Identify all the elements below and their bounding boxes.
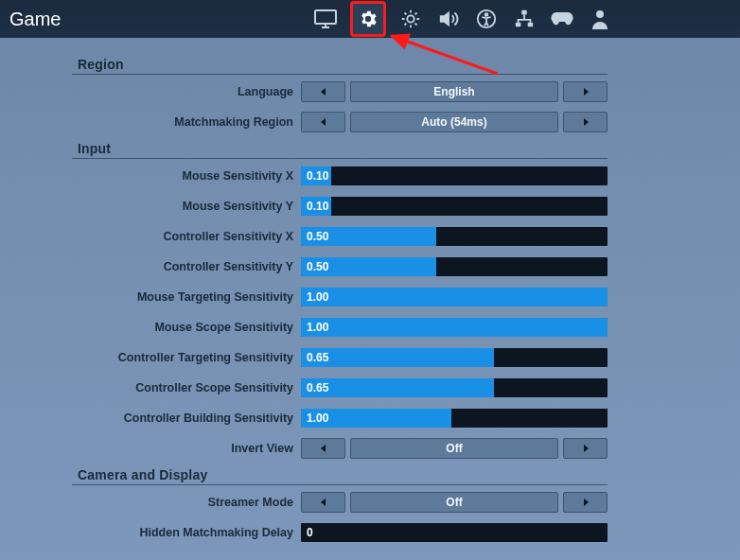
controller-icon[interactable] [549,6,575,32]
invert-value[interactable]: Off [350,438,558,459]
svg-rect-5 [516,23,521,27]
svg-point-1 [407,15,414,22]
invert-next-button[interactable] [563,438,608,459]
label-mouse-scope: Mouse Scope Sensitivity [72,321,301,334]
streamer-next-button[interactable] [563,492,608,513]
label-invert-view: Invert View [72,442,301,455]
slider-value-ctrl-scope: 0.65 [307,378,328,397]
row-language: Language English [72,79,608,105]
row-ctrl-target: Controller Targeting Sensitivity0.65 [72,344,608,371]
slider-value-ctrl-x: 0.50 [307,227,328,246]
language-prev-button[interactable] [301,81,345,102]
row-mouse-y: Mouse Sensitivity Y0.10 [72,193,608,219]
brightness-icon[interactable] [397,6,424,32]
slider-mouse-scope[interactable]: 1.00 [301,318,608,337]
row-ctrl-build: Controller Building Sensitivity1.00 [72,405,608,431]
label-mouse-y: Mouse Sensitivity Y [72,200,301,213]
settings-tabs [312,0,613,38]
row-hidden-matchmaking-delay: Hidden Matchmaking Delay 0 [72,519,608,543]
slider-ctrl-x[interactable]: 0.50 [301,227,608,246]
section-header-camera: Camera and Display [72,465,608,485]
matchmaking-prev-button[interactable] [301,112,345,132]
label-ctrl-x: Controller Sensitivity X [72,230,301,243]
invert-prev-button[interactable] [301,438,345,459]
slider-ctrl-y[interactable]: 0.50 [301,257,608,276]
label-ctrl-target: Controller Targeting Sensitivity [72,351,301,364]
row-invert-view: Invert View Off [72,435,608,462]
slider-mouse-x[interactable]: 0.10 [301,166,608,185]
svg-rect-6 [528,23,534,27]
svg-point-7 [596,10,604,18]
hidden-matchmaking-delay-value[interactable]: 0 [301,523,608,542]
row-streamer-mode: Streamer Mode Off [72,489,608,516]
slider-value-mouse-target: 1.00 [307,288,328,306]
svg-point-3 [485,13,488,16]
monitor-icon[interactable] [312,6,339,32]
slider-ctrl-scope[interactable]: 0.65 [301,378,608,397]
label-ctrl-build: Controller Building Sensitivity [72,411,301,425]
slider-value-ctrl-build: 1.00 [307,409,328,428]
row-mouse-x: Mouse Sensitivity X0.10 [72,163,608,189]
label-hidden-matchmaking-delay: Hidden Matchmaking Delay [72,526,301,539]
row-ctrl-x: Controller Sensitivity X0.50 [72,223,608,250]
language-next-button[interactable] [563,81,608,102]
label-matchmaking-region: Matchmaking Region [72,115,301,129]
slider-mouse-y[interactable]: 0.10 [301,197,608,216]
slider-value-ctrl-target: 0.65 [307,348,328,367]
user-icon[interactable] [587,6,613,32]
matchmaking-next-button[interactable] [563,112,608,132]
slider-value-ctrl-y: 0.50 [307,257,328,276]
label-ctrl-y: Controller Sensitivity Y [72,260,301,273]
section-header-input: Input [72,139,608,159]
page-title: Game [9,9,61,30]
settings-panel: Region Language English Matchmaking Regi… [72,51,608,543]
slider-ctrl-target[interactable]: 0.65 [301,348,608,367]
slider-value-mouse-x: 0.10 [307,166,328,185]
language-value[interactable]: English [350,81,558,102]
volume-icon[interactable] [435,6,462,32]
slider-ctrl-build[interactable]: 1.00 [301,409,608,428]
label-mouse-x: Mouse Sensitivity X [72,169,301,183]
row-mouse-target: Mouse Targeting Sensitivity1.00 [72,284,608,310]
row-matchmaking-region: Matchmaking Region Auto (54ms) [72,109,608,135]
slider-mouse-target[interactable]: 1.00 [301,288,608,306]
row-ctrl-y: Controller Sensitivity Y0.50 [72,254,608,280]
label-mouse-target: Mouse Targeting Sensitivity [72,290,301,304]
gear-icon[interactable] [350,1,386,37]
slider-value-mouse-y: 0.10 [307,197,328,216]
streamer-prev-button[interactable] [301,492,345,513]
label-language: Language [72,85,301,98]
label-ctrl-scope: Controller Scope Sensitivity [72,381,301,394]
label-streamer-mode: Streamer Mode [72,496,301,509]
row-mouse-scope: Mouse Scope Sensitivity1.00 [72,314,608,341]
matchmaking-value[interactable]: Auto (54ms) [350,112,558,132]
section-header-region: Region [72,55,608,75]
accessibility-icon[interactable] [473,6,500,32]
slider-value-mouse-scope: 1.00 [307,318,328,337]
svg-rect-4 [521,10,527,15]
row-ctrl-scope: Controller Scope Sensitivity0.65 [72,375,608,401]
svg-rect-0 [315,10,336,24]
top-bar: Game [0,0,740,38]
network-icon[interactable] [511,6,537,32]
streamer-value[interactable]: Off [350,492,558,513]
